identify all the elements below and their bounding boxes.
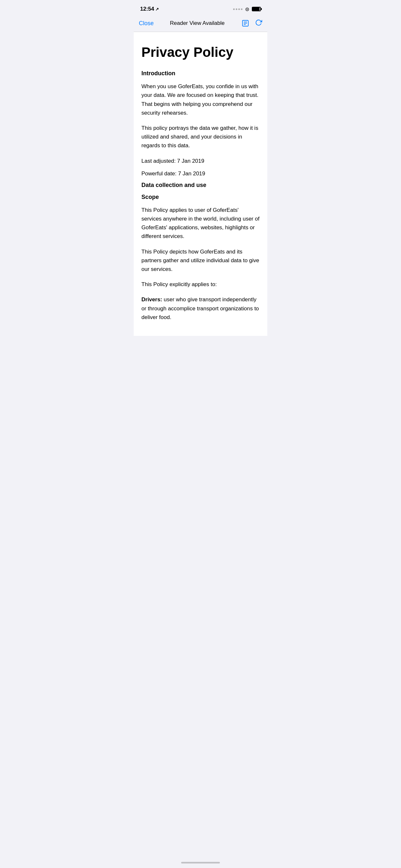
scope-paragraph-3: This Policy explicitly applies to: [142, 280, 259, 289]
signal-dot-1 [233, 8, 235, 10]
refresh-icon [255, 19, 262, 26]
nav-title: Reader View Available [170, 20, 225, 27]
wifi-icon: ⊜ [245, 6, 249, 12]
nav-bar: Close Reader View Available [134, 16, 267, 32]
battery-icon [252, 7, 261, 11]
signal-dots [233, 8, 243, 10]
introduction-heading: Introduction [142, 70, 259, 77]
location-icon: ↗ [155, 7, 159, 11]
status-bar: 12:54 ↗ ⊜ [134, 0, 267, 16]
signal-dot-4 [241, 8, 243, 10]
intro-paragraph-1: When you use GoferEats, you confide in u… [142, 82, 259, 117]
signal-dot-3 [238, 8, 240, 10]
intro-paragraph-2: This policy portrays the data we gather,… [142, 124, 259, 150]
refresh-button[interactable] [255, 19, 262, 28]
close-button[interactable]: Close [139, 20, 154, 27]
reader-view-icon [242, 20, 249, 27]
time-label: 12:54 [140, 6, 154, 12]
drivers-label: Drivers: [142, 297, 162, 303]
nav-actions [241, 19, 262, 28]
battery-fill [252, 7, 259, 11]
content-area: Privacy Policy Introduction When you use… [134, 32, 267, 336]
scope-paragraph-2: This Policy depicts how GoferEats and it… [142, 247, 259, 274]
page-wrapper: 12:54 ↗ ⊜ Close Reader View Available [134, 0, 267, 365]
last-adjusted: Last adjusted: 7 Jan 2019 [142, 157, 259, 165]
scope-paragraph-1: This Policy applies to user of GoferEats… [142, 206, 259, 241]
scope-heading: Scope [142, 194, 259, 200]
page-title: Privacy Policy [142, 45, 259, 60]
status-time: 12:54 ↗ [140, 6, 159, 12]
status-icons: ⊜ [233, 6, 261, 12]
signal-dot-2 [236, 8, 237, 10]
reader-view-button[interactable] [241, 19, 250, 28]
data-collection-heading: Data collection and use [142, 182, 259, 189]
drivers-paragraph: Drivers: user who give transport indepen… [142, 295, 259, 321]
powerful-date: Powerful date: 7 Jan 2019 [142, 169, 259, 178]
